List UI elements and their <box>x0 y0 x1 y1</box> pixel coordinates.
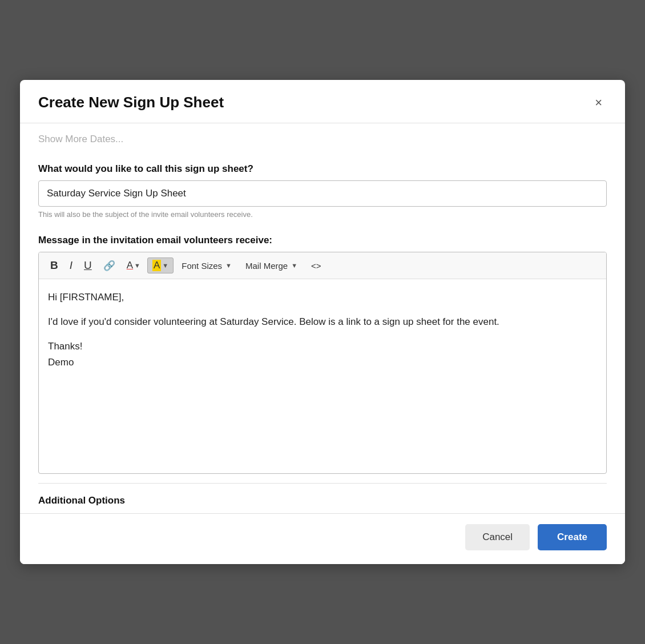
modal-footer: Cancel Create <box>20 513 625 564</box>
html-button[interactable]: <> <box>305 259 327 273</box>
create-button[interactable]: Create <box>538 524 607 550</box>
mail-merge-label: Mail Merge <box>245 261 288 271</box>
additional-options-label: Additional Options <box>38 483 607 513</box>
link-icon: 🔗 <box>103 260 115 272</box>
highlight-chevron-icon: ▼ <box>162 262 168 269</box>
font-sizes-label: Font Sizes <box>182 261 222 271</box>
font-sizes-button[interactable]: Font Sizes ▼ <box>176 259 237 273</box>
modal-body: Show More Dates... What would you like t… <box>20 123 625 513</box>
editor-line3: Thanks! Demo <box>48 339 597 369</box>
name-section-label: What would you like to call this sign up… <box>38 163 607 175</box>
font-color-button[interactable]: A ▼ <box>122 257 145 273</box>
email-editor: B I U 🔗 A <box>38 252 607 474</box>
close-button[interactable]: × <box>590 94 607 111</box>
editor-line1: Hi [FIRSTNAME], <box>48 289 597 305</box>
link-button[interactable]: 🔗 <box>99 257 120 274</box>
editor-toolbar: B I U 🔗 A <box>39 252 606 279</box>
bold-icon: B <box>50 259 58 272</box>
font-color-chevron-icon: ▼ <box>134 262 140 269</box>
highlight-button[interactable]: A ▼ <box>147 257 174 273</box>
email-body-editor[interactable]: Hi [FIRSTNAME], I'd love if you'd consid… <box>39 279 606 473</box>
show-more-dates-link[interactable]: Show More Dates... <box>38 123 607 150</box>
editor-line2: I'd love if you'd consider volunteering … <box>48 314 597 329</box>
mail-merge-button[interactable]: Mail Merge ▼ <box>240 259 303 273</box>
name-input-hint: This will also be the subject of the inv… <box>38 210 607 219</box>
font-color-icon: A <box>127 260 133 271</box>
underline-button[interactable]: U <box>79 257 96 274</box>
message-section-label: Message in the invitation email voluntee… <box>38 235 607 246</box>
underline-icon: U <box>84 259 92 272</box>
font-sizes-chevron-icon: ▼ <box>225 262 232 269</box>
modal-overlay: Create New Sign Up Sheet × Show More Dat… <box>0 0 645 644</box>
italic-icon: I <box>70 259 72 272</box>
modal-dialog: Create New Sign Up Sheet × Show More Dat… <box>20 80 625 564</box>
modal-title: Create New Sign Up Sheet <box>38 94 224 111</box>
signup-sheet-name-input[interactable] <box>38 180 607 207</box>
mail-merge-chevron-icon: ▼ <box>291 262 297 269</box>
bold-button[interactable]: B <box>46 257 63 274</box>
cancel-button[interactable]: Cancel <box>465 524 530 550</box>
italic-button[interactable]: I <box>65 257 77 274</box>
highlight-icon: A <box>152 260 161 271</box>
modal-header: Create New Sign Up Sheet × <box>20 80 625 123</box>
